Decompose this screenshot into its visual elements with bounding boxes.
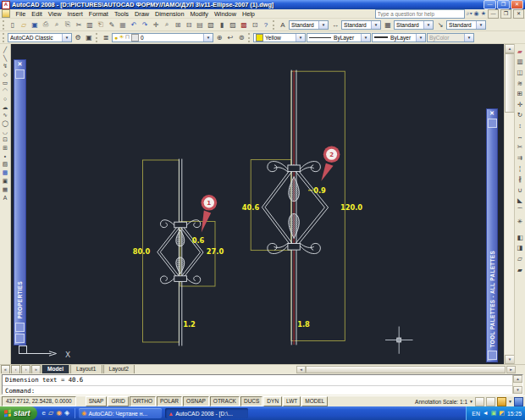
scale-icon[interactable]: ↕ (515, 120, 525, 131)
toggle-snap[interactable]: SNAP (86, 396, 108, 406)
document-minimize-button[interactable]: — (488, 9, 499, 19)
bring-above-icon[interactable]: ▱ (515, 253, 525, 264)
stretch-icon[interactable]: ↔ (515, 131, 525, 142)
style-select[interactable]: Standard▼ (446, 20, 486, 30)
menu-file[interactable]: File (13, 10, 29, 18)
scroll-right-icon[interactable]: ► (506, 366, 516, 373)
break-at-point-icon[interactable]: ¦ (515, 163, 525, 174)
style-select[interactable]: Standard▼ (341, 20, 381, 30)
menu-modify[interactable]: Modify (187, 10, 212, 18)
mirror-icon[interactable]: ◫ (515, 67, 525, 78)
annotation-visibility-icon[interactable] (475, 397, 484, 406)
dropdown-arrow-icon[interactable]: ▼ (318, 21, 328, 29)
start-button[interactable]: start (0, 406, 37, 420)
table-style-icon[interactable]: ▦ (383, 19, 393, 30)
trim-icon[interactable]: ✂ (515, 141, 525, 152)
quick-launch-media-icon[interactable]: ◉ (56, 409, 62, 417)
taskbar-button-autocad-doc[interactable]: ◉ AutoCAD: Чертане н... (79, 408, 162, 418)
pan-icon[interactable]: ✛ (151, 19, 161, 30)
quick-launch-ie-icon[interactable]: e (42, 409, 46, 417)
menu-format[interactable]: Format (86, 10, 111, 18)
zoom-realtime-icon[interactable]: ⌕ (162, 19, 172, 30)
toggle-ducs[interactable]: DUCS (240, 396, 262, 406)
canvas-horizontal-scrollbar[interactable]: ◄ ► (296, 366, 516, 373)
extend-icon[interactable]: ⇉ (515, 152, 525, 163)
linetype-select[interactable]: ByLayer ▼ (307, 33, 371, 42)
dropdown-arrow-icon[interactable]: ▼ (62, 34, 71, 41)
dropdown-arrow-icon[interactable]: ▼ (416, 34, 425, 41)
scroll-down-icon[interactable]: ▼ (513, 386, 522, 394)
dropdown-arrow-icon[interactable]: ▼ (203, 34, 213, 41)
document-restore-button[interactable]: ❐ (500, 9, 511, 19)
scroll-left-icon[interactable]: ◄ (296, 366, 306, 373)
menu-edit[interactable]: Edit (29, 10, 46, 18)
revision-cloud-icon[interactable]: ☁ (0, 103, 10, 112)
my-workspace-icon[interactable]: ▣ (84, 32, 94, 42)
dropdown-arrow-icon[interactable]: ▼ (423, 21, 433, 29)
drawing-canvas[interactable]: 80.0 0.6 27.0 1.2 1 (11, 44, 504, 364)
make-object-layer-current-icon[interactable]: ⊕ (214, 32, 224, 42)
tray-chevron-icon[interactable]: ◄ (483, 410, 489, 417)
open-icon[interactable]: ▱ (19, 19, 29, 30)
region-icon[interactable]: ▣ (0, 177, 10, 185)
canvas-vertical-scrollbar[interactable]: ▲ ▼ (504, 44, 514, 364)
chamfer-icon[interactable]: ◣ (515, 195, 525, 206)
help-search-input[interactable] (375, 9, 465, 19)
palette-autohide-icon[interactable] (488, 119, 497, 128)
move-icon[interactable]: ✛ (515, 99, 525, 110)
polyline-icon[interactable]: ↯ (0, 62, 10, 70)
circle-icon[interactable]: ○ (0, 95, 10, 103)
zoom-previous-icon[interactable]: ⊟ (184, 19, 194, 30)
line-icon[interactable]: ╱ (0, 46, 10, 54)
layer-properties-manager-icon[interactable]: ≣ (101, 32, 111, 42)
clean-screen-icon[interactable] (514, 397, 523, 406)
palette-autohide-icon[interactable] (15, 69, 25, 79)
construction-line-icon[interactable]: ╲ (0, 54, 10, 63)
dropdown-arrow-icon[interactable]: ▼ (361, 34, 370, 41)
insert-block-icon[interactable]: ⊡ (0, 136, 10, 145)
style-select[interactable]: Standard▼ (394, 20, 434, 30)
tab-layout1[interactable]: Layout1 (70, 365, 102, 374)
markup-set-manager-icon[interactable]: ▩ (239, 19, 249, 30)
point-icon[interactable]: • (0, 152, 10, 161)
undo-icon[interactable]: ↶ (129, 19, 139, 30)
copy-icon[interactable]: ▥ (85, 19, 95, 30)
hatch-icon[interactable]: ▨ (0, 161, 10, 169)
toolbar-grip[interactable] (248, 33, 250, 42)
ellipse-icon[interactable]: ◯ (0, 119, 10, 128)
toggle-dyn[interactable]: DYN (263, 396, 282, 406)
tab-prev-icon[interactable]: ‹ (11, 365, 20, 374)
taskbar-button-autocad-2008[interactable]: ▲ AutoCAD 2008 - [D:\... (165, 408, 248, 418)
toolbar-grip[interactable] (96, 33, 97, 42)
scroll-up-icon[interactable]: ▲ (513, 375, 522, 383)
plot-icon[interactable]: ⎙ (41, 19, 51, 30)
quickcalc-icon[interactable]: ⊡ (250, 19, 260, 30)
publish-icon[interactable]: ⎘ (63, 19, 73, 30)
tray-language-bar-icon[interactable]: ◩ (499, 410, 505, 417)
break-icon[interactable]: ∦ (515, 174, 525, 185)
lineweight-select[interactable]: ByLayer ▼ (372, 33, 426, 42)
polygon-icon[interactable]: ◇ (0, 70, 10, 79)
dropdown-arrow-icon[interactable]: ▼ (371, 21, 380, 29)
send-under-icon[interactable]: ▰ (515, 264, 525, 275)
tool-palettes-bar[interactable]: ✕ TOOL PALETTES - ALL PALETTES (486, 108, 498, 362)
communication-center-icon[interactable]: ◉ (474, 10, 479, 17)
redo-icon[interactable]: ↷ (140, 19, 150, 30)
tab-first-icon[interactable]: « (1, 365, 10, 374)
minimize-button[interactable]: — (484, 0, 496, 9)
annotation-scale-arrow-icon[interactable]: ▼ (469, 399, 473, 404)
toggle-model[interactable]: MODEL (301, 396, 328, 406)
designcenter-icon[interactable]: ▧ (206, 19, 216, 30)
color-select[interactable]: Yellow ▼ (253, 33, 306, 42)
bring-to-front-icon[interactable]: ◧ (515, 232, 525, 243)
toggle-polar[interactable]: POLAR (157, 396, 182, 406)
menu-view[interactable]: View (45, 10, 64, 18)
dropdown-arrow-icon[interactable]: ▼ (476, 21, 485, 29)
sheet-set-manager-icon[interactable]: ▨ (228, 19, 238, 30)
tab-model[interactable]: Model (41, 365, 69, 374)
offset-icon[interactable]: ≋ (515, 78, 525, 89)
maximize-button[interactable]: ❐ (497, 0, 510, 9)
rotate-icon[interactable]: ↻ (515, 110, 525, 121)
menu-help[interactable]: Help (239, 10, 257, 18)
workspace-settings-icon[interactable]: ⚙ (73, 32, 83, 42)
